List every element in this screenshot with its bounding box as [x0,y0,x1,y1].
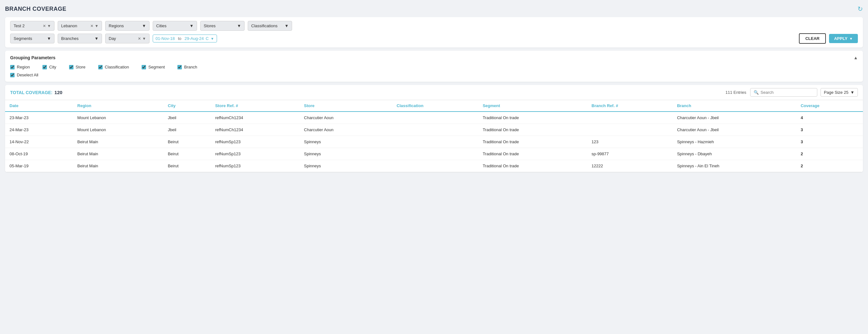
grouping-classification[interactable]: Classification [98,65,129,69]
grouping-segment[interactable]: Segment [142,65,165,69]
cell-date: 08-Oct-19 [5,148,73,160]
filter-test2[interactable]: Test 2 ✕ ▼ [10,21,55,31]
page-size-select[interactable]: Page Size 25 ▼ [820,88,858,97]
cell-segment: Traditional On trade [478,112,587,124]
col-coverage[interactable]: Coverage [796,100,863,112]
col-branch-ref[interactable]: Branch Ref. # [587,100,673,112]
filter-lebanon-clear-icon[interactable]: ✕ [90,24,93,28]
filter-segments[interactable]: Segments ▼ [10,34,55,43]
grouping-region-checkbox[interactable] [10,65,14,69]
filter-stores[interactable]: Stores ▼ [200,21,245,31]
filter-day[interactable]: Day ✕ ▼ [105,34,150,43]
cell-date: 05-Mar-19 [5,160,73,172]
cell-region: Beirut Main [73,148,163,160]
page-title: BRANCH COVERAGE [5,6,66,12]
table-row: 23-Mar-23Mount LebanonJbeilrefNumCh1234C… [5,112,863,124]
total-label-text: TOTAL COVERAGE: [10,90,53,95]
cell-region: Mount Lebanon [73,124,163,136]
cell-store: Charcutier Aoun [300,124,393,136]
grouping-deselect-all-checkbox[interactable] [10,73,14,77]
col-store-ref[interactable]: Store Ref. # [211,100,299,112]
cell-segment: Traditional On trade [478,148,587,160]
filter-classifications[interactable]: Classifications ▼ [248,21,292,31]
cell-store_ref: refNumCh1234 [211,124,299,136]
search-box[interactable]: 🔍 [750,88,817,97]
grouping-city[interactable]: City [42,65,56,69]
filter-stores-label: Stores [204,24,216,28]
col-city[interactable]: City [163,100,211,112]
grouping-segment-label: Segment [148,65,165,69]
filter-test2-label: Test 2 [13,24,41,28]
col-region[interactable]: Region [73,100,163,112]
filter-classifications-label: Classifications [251,24,278,28]
filter-test2-clear-icon[interactable]: ✕ [43,24,46,28]
filter-branches-chevron-icon: ▼ [94,36,98,41]
filter-lebanon-label: Lebanon [61,24,88,28]
cell-branch: Charcutier Aoun - Jbeil [673,112,796,124]
col-branch[interactable]: Branch [673,100,796,112]
date-to[interactable]: 29-Aug-24 [185,36,204,41]
filter-day-label: Day [108,36,136,41]
apply-label: APPLY [834,36,847,41]
cell-classification [392,112,478,124]
filter-lebanon-chevron-icon: ▼ [95,24,98,28]
refresh-icon[interactable]: ↻ [858,5,863,13]
grouping-segment-checkbox[interactable] [142,65,146,69]
filter-day-clear-icon[interactable]: ✕ [138,36,141,41]
filter-regions[interactable]: Regions ▼ [105,21,150,31]
filter-day-chevron-icon: ▼ [142,36,146,41]
grouping-city-checkbox[interactable] [42,65,47,69]
filter-cities-chevron-icon: ▼ [189,24,193,28]
grouping-city-label: City [49,65,56,69]
col-classification[interactable]: Classification [392,100,478,112]
cell-store_ref: refNumSp123 [211,160,299,172]
col-date[interactable]: Date [5,100,73,112]
cell-coverage: 4 [796,112,863,124]
cell-city: Beirut [163,136,211,148]
table-row: 05-Mar-19Beirut MainBeirutrefNumSp123Spi… [5,160,863,172]
cell-branch_ref [587,124,673,136]
cell-city: Jbeil [163,124,211,136]
filter-branches-label: Branches [61,36,79,41]
filter-cities[interactable]: Cities ▼ [153,21,197,31]
filter-lebanon[interactable]: Lebanon ✕ ▼ [58,21,102,31]
grouping-branch-label: Branch [184,65,197,69]
grouping-items-row1: Region City Store Classification Segment… [10,65,858,69]
filter-segments-chevron-icon: ▼ [47,36,51,41]
grouping-store-checkbox[interactable] [69,65,73,69]
cell-classification [392,136,478,148]
cell-coverage: 3 [796,136,863,148]
search-input[interactable] [761,90,814,95]
filter-row-2: Segments ▼ Branches ▼ Day ✕ ▼ 01-Nov-18 … [10,33,858,44]
cell-region: Mount Lebanon [73,112,163,124]
apply-button[interactable]: APPLY ▼ [829,34,858,43]
cell-city: Beirut [163,160,211,172]
grouping-store-label: Store [76,65,86,69]
cell-branch_ref: sp-99877 [587,148,673,160]
col-store[interactable]: Store [300,100,393,112]
cell-branch: Charcutier Aoun - Jbeil [673,124,796,136]
cell-classification [392,124,478,136]
cell-date: 24-Mar-23 [5,124,73,136]
grouping-deselect-all[interactable]: Deselect All [10,72,38,77]
grouping-store[interactable]: Store [69,65,86,69]
cell-store: Spinneys [300,136,393,148]
grouping-region-label: Region [17,65,30,69]
grouping-branch[interactable]: Branch [177,65,197,69]
cell-city: Beirut [163,148,211,160]
cell-branch: Spinneys - Hazmieh [673,136,796,148]
grouping-collapse-icon[interactable]: ▲ [854,55,858,60]
date-chevron-icon: ▼ [211,37,214,40]
filter-regions-chevron-icon: ▼ [142,24,146,28]
date-from[interactable]: 01-Nov-18 [156,36,175,41]
grouping-classification-checkbox[interactable] [98,65,103,69]
cell-store: Spinneys [300,148,393,160]
header-row: BRANCH COVERAGE ↻ [5,5,863,13]
grouping-branch-checkbox[interactable] [177,65,182,69]
clear-button[interactable]: CLEAR [799,33,826,44]
grouping-region[interactable]: Region [10,65,30,69]
table-row: 14-Nov-22Beirut MainBeirutrefNumSp123Spi… [5,136,863,148]
date-cycle: C [206,36,209,41]
filter-branches[interactable]: Branches ▼ [58,34,102,43]
col-segment[interactable]: Segment [478,100,587,112]
